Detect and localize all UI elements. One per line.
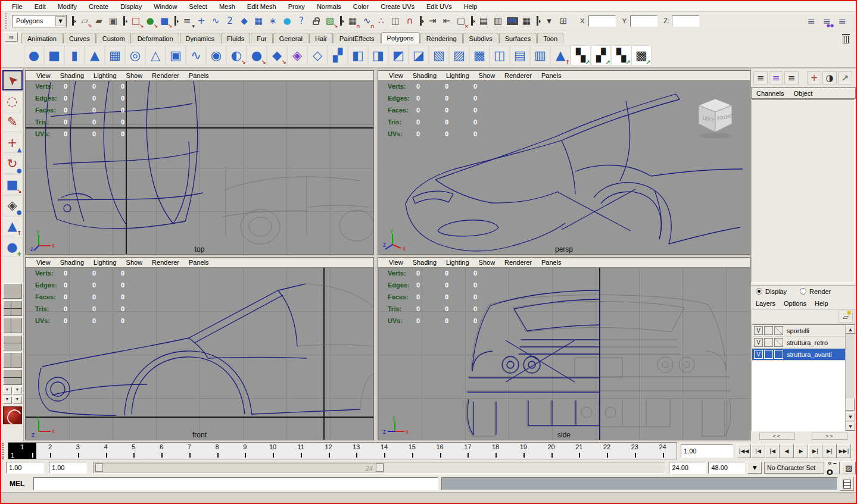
lasso-select-tool[interactable]: ◌ bbox=[2, 91, 23, 111]
x-input[interactable] bbox=[588, 15, 616, 27]
shelf-tab-polygons[interactable]: Polygons bbox=[381, 32, 420, 44]
scroll-up-icon[interactable]: ▲ bbox=[846, 325, 855, 334]
poly-plane-icon[interactable]: ▦ bbox=[105, 45, 125, 65]
select-tool[interactable]: ➤ bbox=[2, 70, 23, 90]
layer-display-type-toggle[interactable] bbox=[774, 350, 783, 359]
timeline-frame-2[interactable]: 2 bbox=[36, 443, 64, 459]
range-end-handle[interactable] bbox=[376, 464, 384, 472]
mask-expand-icon[interactable]: ≡▾ bbox=[180, 14, 194, 28]
timeline-frame-6[interactable]: 6 bbox=[148, 443, 176, 459]
scrollbar-thumb[interactable] bbox=[846, 399, 855, 411]
select-hierarchy-icon[interactable]: □↘ bbox=[129, 14, 143, 28]
show-attribute-editor-icon[interactable]: ≡ bbox=[803, 14, 819, 28]
crease-tool-icon[interactable]: ◇ bbox=[307, 45, 328, 65]
viewport-top-canvas[interactable]: Verts:000Edges:000Faces:000Tris:000UVs:0… bbox=[26, 81, 373, 254]
convert-to-poly-icon[interactable]: ◆↘ bbox=[267, 45, 287, 65]
viewport-menu-view[interactable]: View bbox=[32, 259, 55, 266]
mask-planes-icon[interactable]: ▦ bbox=[251, 14, 266, 28]
layout-outliner-persp-button[interactable] bbox=[3, 318, 22, 333]
quick-help-icon[interactable]: ? bbox=[294, 14, 308, 28]
go-to-start-button[interactable]: |◀◀ bbox=[737, 444, 751, 458]
smooth-proxy-icon[interactable]: ◈ bbox=[287, 45, 307, 65]
open-scene-icon[interactable]: ▰ bbox=[92, 14, 106, 28]
range-slider-track[interactable]: 24 bbox=[93, 462, 665, 474]
pane-chevron-button[interactable]: << bbox=[759, 433, 795, 440]
poly-pipe-icon[interactable]: ▣ bbox=[166, 45, 186, 65]
animation-key-icon[interactable]: ⚬–O bbox=[826, 461, 840, 474]
layout-dropdown-button[interactable]: ▼ bbox=[13, 396, 22, 404]
poly-torus-icon[interactable]: ◎ bbox=[125, 45, 145, 65]
range-slider-bar[interactable]: 24 bbox=[95, 463, 384, 472]
snap-to-grids-icon[interactable]: ▦∩ bbox=[345, 14, 360, 28]
layer-display-type-toggle[interactable] bbox=[774, 326, 783, 335]
menu-file[interactable]: File bbox=[6, 2, 29, 11]
layer-visibility-toggle[interactable]: V bbox=[754, 350, 763, 359]
menu-mesh[interactable]: Mesh bbox=[213, 2, 241, 11]
layer-menu-options[interactable]: Options bbox=[784, 300, 806, 307]
layout-dropdown-button[interactable]: ▼ bbox=[13, 387, 22, 395]
subdiv-to-poly-icon[interactable]: ●↘ bbox=[247, 45, 267, 65]
render-settings-icon[interactable]: ▦ bbox=[519, 14, 534, 28]
menu-select[interactable]: Select bbox=[183, 2, 213, 11]
combine-icon[interactable]: ◧ bbox=[348, 45, 368, 65]
timeline-frame-17[interactable]: 17 bbox=[454, 443, 482, 459]
layer-row-sportelli[interactable]: Vsportelli bbox=[752, 325, 845, 337]
mask-points-icon[interactable]: + bbox=[194, 14, 208, 28]
layer-menu-layers[interactable]: Layers bbox=[756, 300, 775, 307]
shelf-tab-hair[interactable]: Hair bbox=[309, 33, 333, 43]
menu-set-dropdown[interactable]: Polygons ▼ bbox=[12, 15, 67, 27]
automatic-mapping-icon[interactable]: ▞↗ bbox=[591, 45, 611, 65]
shelf-tab-fluids[interactable]: Fluids bbox=[221, 33, 250, 43]
timeline-frame-7[interactable]: 7 bbox=[176, 443, 204, 459]
toolbar-separator[interactable] bbox=[470, 15, 475, 27]
layer-visibility-toggle[interactable]: V bbox=[754, 338, 763, 347]
cylindrical-mapping-icon[interactable]: ▚↗ bbox=[611, 45, 631, 65]
poly-helix-icon[interactable]: ∿ bbox=[186, 45, 206, 65]
layer-row-struttura-retro[interactable]: Vstruttura_retro bbox=[752, 337, 845, 349]
layout-four-pane-button[interactable] bbox=[3, 300, 22, 316]
y-input[interactable] bbox=[630, 15, 657, 27]
viewport-persp-canvas[interactable]: Verts:000Edges:000Faces:000Tris:000UVs:0… bbox=[378, 81, 750, 254]
viewport-menu-view[interactable]: View bbox=[384, 72, 408, 79]
channel-box-empty-area[interactable] bbox=[752, 99, 855, 283]
toolbar-separator[interactable] bbox=[419, 15, 423, 27]
extrude-icon[interactable]: ▲↑ bbox=[550, 45, 571, 65]
layout-persp-graph-button[interactable] bbox=[3, 335, 22, 350]
menu-window[interactable]: Window bbox=[148, 2, 183, 11]
toolbar-separator[interactable] bbox=[71, 15, 76, 27]
poly-cube-icon[interactable]: ■ bbox=[44, 45, 64, 65]
field-options-icon[interactable]: ▾ bbox=[542, 14, 556, 28]
shelf-tab-dynamics[interactable]: Dynamics bbox=[180, 33, 220, 43]
toolbar-separator[interactable] bbox=[535, 15, 540, 27]
separate-icon[interactable]: ◨ bbox=[368, 45, 388, 65]
lock-selection-icon[interactable] bbox=[308, 14, 323, 28]
viewport-front[interactable]: ViewShadingLightingShowRendererPanels bbox=[25, 257, 374, 440]
select-object-icon[interactable]: ●↘ bbox=[143, 14, 157, 28]
mel-input[interactable] bbox=[33, 477, 438, 490]
move-tool[interactable]: +▲ bbox=[2, 133, 23, 153]
command-line-label[interactable]: MEL bbox=[10, 480, 33, 488]
scroll-down-icon[interactable]: ▼ bbox=[846, 422, 855, 431]
snap-to-points-icon[interactable]: ∴ bbox=[374, 14, 388, 28]
shelf-tab-fur[interactable]: Fur bbox=[251, 33, 273, 43]
shelf-tab-animation[interactable]: Animation bbox=[21, 33, 63, 43]
select-component-icon[interactable]: ■↘ bbox=[157, 14, 172, 28]
timeline-frame-19[interactable]: 19 bbox=[510, 443, 538, 459]
timeline-frame-21[interactable]: 21 bbox=[565, 443, 593, 459]
timeline-frame-1[interactable]: 11 bbox=[8, 443, 36, 459]
shaded-display-icon[interactable]: ◑ bbox=[822, 71, 837, 84]
auto-keyframe-icon[interactable]: ▨ bbox=[842, 461, 856, 474]
character-set-dropdown-icon[interactable]: ▼ bbox=[747, 462, 762, 474]
animation-start-field[interactable] bbox=[6, 462, 44, 474]
timeline-frame-16[interactable]: 16 bbox=[426, 443, 454, 459]
layer-row-struttura-avanti[interactable]: Vstruttura_avanti bbox=[752, 349, 845, 361]
timeline-frame-8[interactable]: 8 bbox=[203, 443, 231, 459]
toolbar-separator[interactable] bbox=[339, 15, 344, 27]
show-tool-settings-icon[interactable]: ≡●● bbox=[819, 14, 834, 28]
scale-tool[interactable]: ■↘ bbox=[2, 174, 23, 195]
mask-curve-param-icon[interactable]: 2 bbox=[223, 14, 237, 28]
layer-menu-help[interactable]: Help bbox=[815, 300, 828, 307]
input-connections-icon[interactable]: ⇥ bbox=[425, 14, 440, 28]
channel-tab-channels[interactable]: Channels bbox=[756, 90, 784, 97]
new-scene-icon[interactable]: ▱✎ bbox=[77, 14, 92, 28]
